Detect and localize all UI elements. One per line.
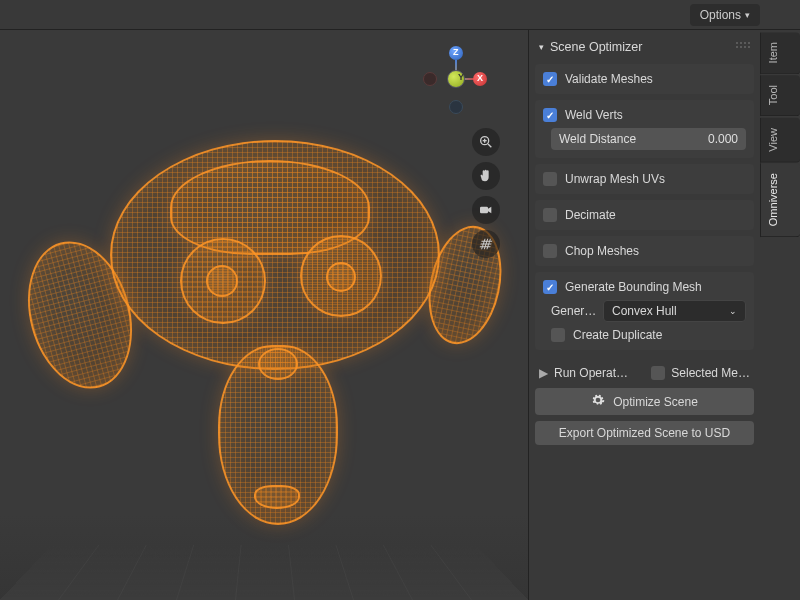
grid-icon[interactable] — [472, 230, 500, 258]
weld-distance-field[interactable]: Weld Distance 0.000 — [551, 128, 746, 150]
generation-type-dropdown[interactable]: Convex Hull ⌄ — [603, 300, 746, 322]
unwrap-section: Unwrap Mesh UVs — [535, 164, 754, 194]
gizmo-axis-neg-z[interactable] — [449, 100, 463, 114]
side-tab-strip: Item Tool View Omniverse — [760, 32, 800, 238]
viewport-tool-column — [472, 128, 500, 258]
weld-section: Weld Verts Weld Distance 0.000 — [535, 100, 754, 158]
svg-rect-4 — [480, 207, 488, 214]
generation-label: Gener… — [551, 304, 599, 318]
validate-meshes-label: Validate Meshes — [565, 72, 653, 86]
gizmo-axis-neg-x[interactable] — [423, 72, 437, 86]
zoom-icon[interactable] — [472, 128, 500, 156]
export-usd-label: Export Optimized Scene to USD — [559, 426, 730, 440]
tab-view[interactable]: View — [760, 118, 800, 163]
navigation-gizmo[interactable]: Y Z X — [415, 40, 495, 120]
validate-meshes-row[interactable]: Validate Meshes — [543, 72, 746, 86]
drag-handle-icon[interactable] — [736, 42, 750, 48]
decimate-checkbox[interactable] — [543, 208, 557, 222]
run-operators-label[interactable]: Run Operat… — [554, 366, 645, 380]
chop-checkbox[interactable] — [543, 244, 557, 258]
play-icon[interactable]: ▶ — [539, 366, 548, 380]
panel-title: Scene Optimizer — [550, 40, 642, 54]
options-dropdown[interactable]: Options ▾ — [690, 4, 760, 26]
bounding-label: Generate Bounding Mesh — [565, 280, 702, 294]
weld-verts-row[interactable]: Weld Verts — [543, 108, 746, 122]
scene-optimizer-panel: ▾ Scene Optimizer Validate Meshes Weld V… — [528, 30, 760, 600]
svg-line-1 — [488, 144, 491, 147]
export-usd-button[interactable]: Export Optimized Scene to USD — [535, 421, 754, 445]
chevron-down-icon: ▾ — [745, 10, 750, 20]
gizmo-label-y: Y — [458, 72, 464, 82]
unwrap-row[interactable]: Unwrap Mesh UVs — [543, 172, 746, 186]
duplicate-row[interactable]: Create Duplicate — [551, 328, 746, 342]
panel-actions: ▶ Run Operat… Selected Me… Optimize Scen… — [535, 356, 754, 445]
tab-omniverse[interactable]: Omniverse — [760, 163, 800, 237]
decimate-row[interactable]: Decimate — [543, 208, 746, 222]
bounding-section: Generate Bounding Mesh Gener… Convex Hul… — [535, 272, 754, 350]
viewport-grid-floor — [0, 545, 528, 600]
tab-item[interactable]: Item — [760, 32, 800, 74]
chevron-down-icon: ⌄ — [729, 306, 737, 316]
chop-label: Chop Meshes — [565, 244, 639, 258]
options-label: Options — [700, 8, 741, 22]
validate-meshes-checkbox[interactable] — [543, 72, 557, 86]
gizmo-label-x: X — [477, 73, 483, 83]
top-bar: Options ▾ — [0, 0, 800, 30]
pan-icon[interactable] — [472, 162, 500, 190]
selected-meshes-label: Selected Me… — [671, 366, 750, 380]
weld-distance-value: 0.000 — [708, 132, 738, 146]
tab-tool[interactable]: Tool — [760, 75, 800, 116]
chop-row[interactable]: Chop Meshes — [543, 244, 746, 258]
decimate-label: Decimate — [565, 208, 616, 222]
unwrap-checkbox[interactable] — [543, 172, 557, 186]
weld-distance-label: Weld Distance — [559, 132, 636, 146]
bounding-row[interactable]: Generate Bounding Mesh — [543, 280, 746, 294]
optimize-scene-button[interactable]: Optimize Scene — [535, 388, 754, 415]
optimize-scene-label: Optimize Scene — [613, 395, 698, 409]
gizmo-label-z: Z — [453, 47, 459, 57]
bounding-checkbox[interactable] — [543, 280, 557, 294]
selected-meshes-checkbox[interactable] — [651, 366, 665, 380]
decimate-section: Decimate — [535, 200, 754, 230]
weld-verts-checkbox[interactable] — [543, 108, 557, 122]
camera-icon[interactable] — [472, 196, 500, 224]
chevron-down-icon: ▾ — [539, 42, 544, 52]
validate-section: Validate Meshes — [535, 64, 754, 94]
duplicate-checkbox[interactable] — [551, 328, 565, 342]
unwrap-label: Unwrap Mesh UVs — [565, 172, 665, 186]
generation-type-value: Convex Hull — [612, 304, 677, 318]
chop-section: Chop Meshes — [535, 236, 754, 266]
wireframe-mesh-object[interactable] — [30, 130, 490, 550]
duplicate-label: Create Duplicate — [573, 328, 662, 342]
gear-icon — [591, 393, 605, 410]
weld-verts-label: Weld Verts — [565, 108, 623, 122]
panel-header[interactable]: ▾ Scene Optimizer — [535, 36, 754, 64]
